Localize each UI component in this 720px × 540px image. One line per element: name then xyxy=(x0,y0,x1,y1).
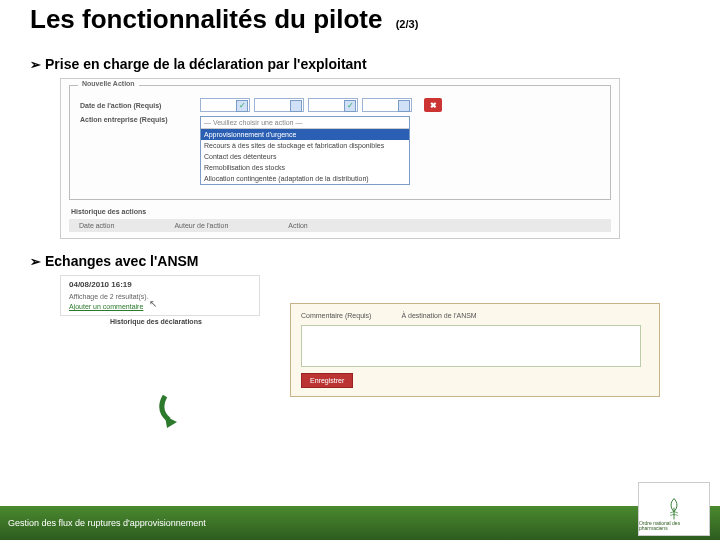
timestamp: 04/08/2010 16:19 xyxy=(69,280,251,289)
result-count: Affichage de 2 résultat(s). xyxy=(69,293,251,300)
save-button[interactable]: Enregistrer xyxy=(301,373,353,388)
chevron-icon: ➢ xyxy=(30,254,41,269)
date-label: Date de l'action (Requis) xyxy=(80,102,200,109)
org-logo: Ordre national des pharmaciens xyxy=(638,482,710,536)
dropdown-selected[interactable]: Approvisionnement d'urgence xyxy=(201,129,409,140)
dropdown-placeholder: — Veuillez choisir une action — xyxy=(201,117,409,129)
chevron-icon: ➢ xyxy=(30,57,41,72)
dropdown-option[interactable]: Remobilisation des stocks xyxy=(201,162,409,173)
delete-icon[interactable]: ✖ xyxy=(424,98,442,112)
comment-label: Commentaire (Requis) xyxy=(301,312,371,319)
screenshot-panel-2: 04/08/2010 16:19 Affichage de 2 résultat… xyxy=(60,275,660,325)
comment-textarea[interactable] xyxy=(301,325,641,367)
fieldset-legend: Nouvelle Action xyxy=(78,80,139,87)
bullet-1: ➢Prise en charge de la déclaration par l… xyxy=(30,56,690,72)
slide-title: Les fonctionnalités du pilote xyxy=(30,4,382,34)
page-counter: (2/3) xyxy=(396,18,419,30)
date-field-2[interactable] xyxy=(254,98,304,112)
history-title: Historique des actions xyxy=(61,204,619,219)
logo-text: Ordre national des pharmaciens xyxy=(639,521,705,531)
footer-text: Gestion des flux de ruptures d'approvisi… xyxy=(8,518,206,528)
footer-bar: Gestion des flux de ruptures d'approvisi… xyxy=(0,506,720,540)
dropdown-option[interactable]: Allocation contingentée (adaptation de l… xyxy=(201,173,409,184)
date-field-3[interactable] xyxy=(308,98,358,112)
action-dropdown[interactable]: — Veuillez choisir une action — Approvis… xyxy=(200,116,410,185)
comment-popup: Commentaire (Requis) À destination de l'… xyxy=(290,303,660,397)
dropdown-option[interactable]: Recours à des sites de stockage et fabri… xyxy=(201,140,409,151)
col-action: Action xyxy=(288,222,307,229)
dropdown-option[interactable]: Contact des détenteurs xyxy=(201,151,409,162)
table-header: Date action Auteur de l'action Action xyxy=(69,219,611,232)
col-date: Date action xyxy=(79,222,114,229)
add-comment-link[interactable]: Ajouter un commentaire xyxy=(69,303,143,310)
col-author: Auteur de l'action xyxy=(174,222,228,229)
bullet-2: ➢Echanges avec l'ANSM xyxy=(30,253,690,269)
date-field-1[interactable] xyxy=(200,98,250,112)
date-field-4[interactable] xyxy=(362,98,412,112)
cursor-icon: ↖ xyxy=(149,298,157,309)
curved-arrow-icon xyxy=(155,390,195,430)
screenshot-panel-1: Nouvelle Action Date de l'action (Requis… xyxy=(60,78,620,239)
recipient-label: À destination de l'ANSM xyxy=(401,312,476,319)
action-label: Action entreprise (Requis) xyxy=(80,116,200,123)
